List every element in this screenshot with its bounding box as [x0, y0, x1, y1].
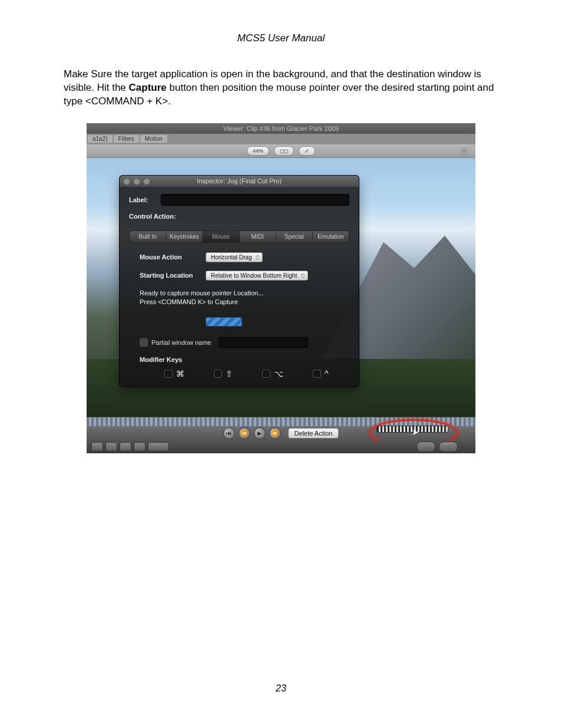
cmd-icon: ⌘: [176, 369, 184, 378]
para-part-b: Capture: [129, 82, 167, 93]
transport-btn-5[interactable]: [148, 442, 169, 452]
shift-icon: ⇧: [226, 369, 233, 378]
inspector-panel: Inspector: Jog (Final Cut Pro) Label: Co…: [119, 175, 359, 387]
tab-builtin[interactable]: Built In: [130, 231, 166, 242]
viewer-tab-motion[interactable]: Motion: [140, 135, 167, 143]
jog-dial-region[interactable]: ➤: [376, 424, 447, 439]
svg-point-0: [463, 150, 465, 152]
screenshot: Viewer: Clip #36 from Glacier Park 2009 …: [87, 123, 475, 453]
step-forward-icon[interactable]: ⏩: [269, 427, 281, 439]
viewer-tabs: a1a2) Filters Motion: [87, 134, 475, 144]
viewer-control-row: 44% ◻︎◻︎ ⤢: [87, 144, 475, 158]
tab-special[interactable]: Special: [276, 231, 313, 242]
transport-btn-4[interactable]: [134, 442, 146, 452]
tab-emulation[interactable]: Emulation: [313, 231, 349, 242]
window-controls: [123, 178, 150, 185]
viewer-titlebar: Viewer: Clip #36 from Glacier Park 2009: [87, 123, 475, 134]
bottom-right-controls: [416, 442, 458, 452]
starting-location-label: Starting Location: [140, 272, 206, 279]
modifier-keys-row: ⌘ ⇧ ⌥ ^: [164, 369, 349, 378]
transport-btn-1[interactable]: [91, 442, 103, 452]
action-tabbar: Built In Keystrokes Mouse MIDI Special E…: [129, 230, 349, 243]
skip-back-icon[interactable]: ⏮: [223, 427, 235, 439]
transport-btn-2[interactable]: [105, 442, 117, 452]
partial-window-label: Partial window name: [151, 339, 211, 346]
viewer-tab-1[interactable]: a1a2): [88, 135, 113, 143]
ctrl-icon: ^: [325, 369, 329, 378]
label-input[interactable]: [161, 194, 349, 206]
mark-in-button[interactable]: [416, 442, 435, 452]
label-field-label: Label:: [129, 196, 155, 203]
starting-location-select[interactable]: Relative to Window Bottom Right: [206, 271, 308, 281]
shift-checkbox[interactable]: [214, 370, 222, 378]
mouse-action-label: Mouse Action: [140, 253, 206, 261]
option-icon: ⌥: [274, 369, 283, 378]
doc-header: MCS5 User Manual: [64, 32, 498, 44]
transport-btn-3[interactable]: [120, 442, 131, 452]
capture-progress: [206, 317, 242, 327]
option-checkbox[interactable]: [262, 370, 270, 378]
control-action-label: Control Action:: [129, 213, 188, 220]
viewer-tab-filters[interactable]: Filters: [114, 135, 139, 143]
cursor-icon: ➤: [412, 427, 419, 437]
tab-midi[interactable]: MIDI: [240, 231, 276, 242]
inspector-titlebar: Inspector: Jog (Final Cut Pro): [120, 176, 359, 187]
zoom-pill[interactable]: 44%: [247, 146, 269, 156]
close-icon[interactable]: [123, 178, 130, 185]
view-mode-pill[interactable]: ◻︎◻︎: [274, 146, 294, 156]
delete-action-button[interactable]: Delete Action: [288, 428, 339, 439]
inspector-title: Inspector: Jog (Final Cut Pro): [197, 177, 282, 185]
mark-out-button[interactable]: [439, 442, 458, 452]
status-line-1: Ready to capture mouse pointer Location.…: [140, 289, 349, 298]
tab-keystrokes[interactable]: Keystrokes: [166, 231, 203, 242]
minimize-icon[interactable]: [133, 178, 140, 185]
status-line-2: Press <COMMAND K> to Capture: [140, 298, 349, 307]
play-icon[interactable]: ▶: [254, 427, 266, 439]
fit-pill[interactable]: ⤢: [299, 146, 315, 156]
instruction-paragraph: Make Sure the target application is open…: [64, 68, 498, 108]
modifier-keys-label: Modifier Keys: [140, 356, 349, 363]
tab-mouse[interactable]: Mouse: [203, 231, 239, 242]
zoom-icon[interactable]: [143, 178, 150, 185]
partial-window-checkbox[interactable]: [140, 338, 148, 347]
page-number: 23: [0, 683, 562, 694]
partial-window-input[interactable]: [219, 337, 308, 348]
ctrl-checkbox[interactable]: [313, 370, 321, 378]
step-back-icon[interactable]: ⏪: [239, 427, 250, 439]
cmd-checkbox[interactable]: [164, 370, 173, 378]
mouse-action-select[interactable]: Horizontal Drag: [206, 252, 263, 262]
gear-icon[interactable]: [460, 147, 468, 155]
